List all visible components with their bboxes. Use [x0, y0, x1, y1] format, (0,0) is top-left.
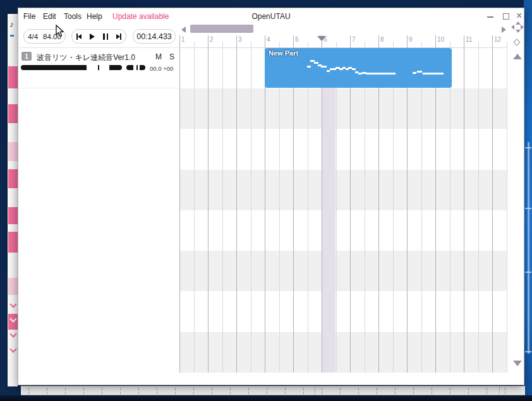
timeline-ruler[interactable]: 123456789101112 [179, 35, 507, 48]
close-button[interactable]: × [514, 11, 528, 22]
ruler-tick [267, 388, 267, 390]
part-clip[interactable]: New Part [265, 48, 452, 88]
ruler-tick [175, 388, 176, 390]
ruler-tick [432, 392, 432, 394]
part-note [423, 73, 444, 75]
chevron-down-icon[interactable] [9, 330, 16, 337]
piano-key[interactable] [8, 207, 18, 224]
ruler-tick [285, 388, 286, 390]
piano-key[interactable] [8, 66, 18, 88]
pianoroll-accent-mark [10, 35, 14, 37]
menu-tools[interactable]: Tools [64, 12, 82, 21]
ruler-tick [468, 388, 469, 390]
desktop: ♪ File Edit Tools Help Update available … [0, 0, 532, 401]
tempo-time-signature-button[interactable]: 4/4 84.00 [23, 29, 66, 44]
ruler-tick [230, 392, 231, 394]
arrangement-grid[interactable]: New Part [179, 48, 507, 373]
ruler-tick [230, 388, 231, 390]
ruler-tick [505, 388, 505, 390]
measure-line [464, 35, 464, 48]
half-measure-tick [365, 42, 365, 48]
grid-half-measure-line [194, 48, 195, 373]
navigate-dpad-icon[interactable] [511, 21, 524, 33]
ruler-tick [175, 392, 176, 394]
vscroll-up-arrow[interactable] [513, 54, 522, 59]
measure-line [179, 35, 180, 48]
piano-key[interactable] [8, 169, 18, 188]
ruler-tick [358, 392, 359, 394]
volume-fader[interactable] [21, 65, 122, 70]
measure-label: 11 [466, 36, 472, 43]
pan-fader[interactable] [126, 65, 145, 70]
pause-button[interactable] [99, 30, 112, 43]
seek-end-button[interactable] [112, 30, 126, 43]
pianoroll-window-edge: ♪ [8, 14, 18, 386]
half-measure-tick [279, 42, 280, 48]
ruler-tick [487, 392, 487, 394]
part-note [413, 72, 416, 74]
grid-measure-line [322, 48, 322, 373]
piano-key[interactable] [8, 232, 18, 253]
grid-half-measure-line [251, 48, 251, 373]
grid-half-measure-line [336, 48, 337, 373]
menu-update-available[interactable]: Update available [112, 12, 169, 21]
piano-key[interactable] [8, 104, 18, 123]
hscroll-left-arrow[interactable] [181, 27, 186, 33]
minimize-icon [487, 16, 493, 18]
half-measure-tick [421, 42, 422, 48]
measure-label: 7 [352, 36, 356, 43]
ruler-tick [193, 388, 194, 390]
ruler-tick [285, 392, 286, 394]
track-panel: 1 波音リツ・キレ連続音Ver1.0 M S 00.0 +00 [18, 47, 179, 386]
play-button[interactable] [86, 30, 99, 43]
ruler-tick [340, 388, 341, 390]
measure-label: 10 [437, 36, 444, 43]
chevron-down-icon[interactable] [9, 345, 16, 352]
piano-key[interactable] [8, 142, 18, 161]
ruler-tick [377, 392, 377, 394]
minimize-button[interactable] [483, 11, 497, 22]
vscroll-down-arrow[interactable] [513, 361, 522, 366]
menu-help[interactable]: Help [87, 12, 102, 21]
menu-file[interactable]: File [23, 12, 35, 21]
ruler-tick [102, 388, 102, 390]
ruler-tick [212, 392, 212, 394]
playhead-marker[interactable] [317, 36, 326, 41]
hscroll-right-arrow[interactable] [502, 27, 506, 33]
hscroll-thumb[interactable] [190, 25, 253, 33]
piano-key[interactable] [8, 278, 18, 295]
part-note [307, 66, 311, 68]
measure-label: 5 [295, 36, 299, 43]
ruler-tick [358, 388, 359, 390]
chevron-down-icon[interactable] [9, 301, 16, 308]
ruler-tick [65, 388, 66, 390]
measure-line [208, 35, 209, 48]
ruler-tick [138, 388, 139, 390]
track-row[interactable]: 1 波音リツ・キレ連続音Ver1.0 M S 00.0 +00 [19, 49, 179, 88]
ruler-tick [413, 388, 414, 390]
windows-taskbar[interactable] [0, 395, 532, 401]
solo-button[interactable]: S [169, 52, 174, 61]
ruler-tick [450, 392, 450, 394]
maximize-button[interactable] [499, 11, 513, 22]
grid-half-measure-line [507, 48, 507, 373]
mute-button[interactable]: M [155, 52, 162, 61]
measure-label: 2 [210, 36, 214, 43]
measure-label: 4 [267, 36, 270, 43]
track-name[interactable]: 波音リツ・キレ連続音Ver1.0 [37, 52, 135, 63]
ruler-tick [395, 392, 396, 394]
grid-measure-line [179, 48, 180, 373]
grid-half-measure-line [421, 48, 422, 373]
half-measure-tick [393, 42, 394, 48]
wallpaper-light-beam [528, 142, 529, 354]
grid-half-measure-line [365, 48, 365, 373]
seek-start-button[interactable] [73, 30, 86, 43]
measure-line [293, 35, 294, 48]
pause-icon [103, 33, 108, 40]
measure-line [378, 35, 379, 48]
measure-line [350, 35, 351, 48]
menu-edit[interactable]: Edit [43, 12, 56, 21]
ruler-tick [450, 388, 450, 390]
playback-time-display[interactable]: 00:14.433 [133, 29, 176, 44]
measure-label: 1 [181, 36, 185, 43]
